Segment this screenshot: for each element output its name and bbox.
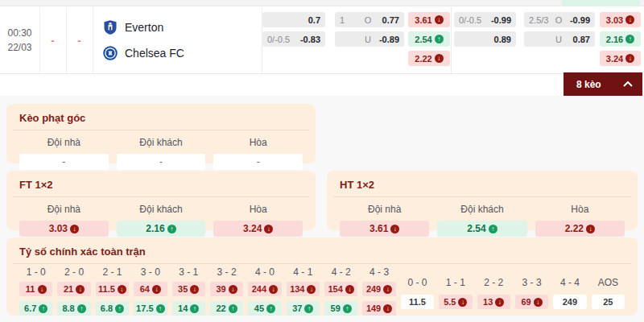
score-odds-cell[interactable]: 59↑ [324,301,357,316]
ht-1x2-card: HT 1×2 Đội nhà 3.61 ↓ Đội khách 2.54 ↑ H… [327,171,638,230]
odds-g2-hdp-home[interactable]: 0/-0.5 -0.99 [454,12,516,27]
keo-count-toggle-button[interactable]: 8 kèo [564,72,642,96]
odds-value: 11.5 [409,297,426,307]
score-odds-cell[interactable]: 8.8↑ [57,301,90,316]
odds-down-icon: ↓ [190,285,199,294]
score-odds-cell[interactable]: 249 [553,295,586,309]
odds-g2-under[interactable]: U 0.87 [524,31,595,47]
score-odds-cell[interactable]: 11.5 [401,295,434,309]
draw-column-label: Hòa [535,201,625,221]
ft-home-odds-cell[interactable]: 3.03 ↓ [19,221,109,237]
odds-g1-1x2-away[interactable]: 2.54 ↑ [408,31,450,47]
odds-value: 249 [563,297,577,307]
score-odds-cell[interactable]: 69↓ [515,295,548,309]
odds-up-icon: ↑ [156,304,165,313]
odds-value: -0.83 [295,35,320,44]
odds-value: 11.5 [98,284,115,294]
handicap-label: 0/-0.5 [459,15,485,25]
score-odds-cell[interactable]: 6.8↑ [96,301,129,316]
score-column-3-0: 3 - 0 64↓ 17.5↑ [134,266,167,316]
odds-value: 59 [331,303,341,313]
odds-g1-over[interactable]: 1 O 0.77 [335,12,404,27]
score-label: 1 - 0 [19,266,52,279]
ft-away-odds-cell[interactable]: 2.16 ↑ [117,221,206,237]
corner-draw-odds-cell: - [213,154,303,170]
odds-g2-1x2-away[interactable]: 2.16 ↑ [600,31,641,47]
score-odds-cell[interactable]: 22↑ [210,301,243,316]
odds-value: 17.5 [136,303,153,313]
odds-g2-1x2-home[interactable]: 3.03 ↓ [600,12,641,27]
score-odds-cell[interactable]: 5.5↓ [439,295,472,309]
score-column-aos: AOS 25 [592,266,625,316]
away-team-row[interactable]: Chelsea FC [102,45,262,61]
odds-up-icon: ↑ [190,304,199,313]
score-odds-cell[interactable]: 154↓ [324,282,357,296]
score-column-4-2: 4 - 2 154↓ 59↑ [324,266,357,316]
score-odds-cell[interactable]: 39↓ [210,282,243,296]
odds-down-icon: ↓ [458,298,467,307]
score-odds-cell[interactable]: 17.5↑ [134,301,167,316]
odds-down-icon: ↓ [70,225,79,233]
score-odds-cell[interactable]: 14↑ [172,301,205,316]
under-label: U [362,35,374,44]
score-card-title: Tỷ số chính xác toàn trận [13,244,631,264]
score-label: 0 - 0 [401,277,434,289]
odds-g1-under[interactable]: U -0.89 [335,31,404,47]
odds-value: -0.89 [374,35,399,44]
odds-value: 3.03 [606,15,623,25]
odds-g2-hdp-away[interactable]: 0.89 [454,31,516,47]
score-column-2-1: 2 - 1 11.5↓ 6.8↑ [96,266,129,316]
odds-g1-hdp-home[interactable]: 0.7 [262,12,325,27]
score-odds-cell[interactable]: 11.5↓ [96,282,129,296]
odds-down-icon: ↓ [435,54,444,63]
line-label: 1 [340,15,362,25]
odds-value: 149 [366,303,381,313]
odds-value: 2.16 [606,35,623,44]
line-label: 2.5/3 [529,15,553,25]
odds-value: 22 [216,303,225,313]
odds-g1-1x2-draw[interactable]: 2.22 ↓ [408,51,450,66]
score-odds-cell[interactable]: 249↓ [362,282,395,296]
score-column-0-0: 0 - 0 11.5 [401,266,434,316]
corner-odds-card: Kèo phạt góc Đội nhà - Đội khách - Hòa - [6,104,316,163]
score-label: 3 - 1 [172,266,205,279]
score-odds-cell[interactable]: 134↓ [287,282,320,296]
home-team-row[interactable]: Everton [102,19,262,35]
correct-score-card: Tỷ số chính xác toàn trận 1 - 0 11↓ 6.7↑… [6,237,638,316]
odds-down-icon: ↓ [269,285,278,294]
odds-g2-1x2-draw[interactable]: 3.24 ↓ [600,51,641,66]
odds-up-icon: ↑ [115,304,124,313]
score-odds-cell[interactable]: 37↑ [287,301,320,316]
score-column-1-1: 1 - 1 5.5↓ [439,266,472,316]
score-odds-cell[interactable]: 13↓ [477,295,510,309]
score-odds-cell[interactable]: 45↑ [248,301,281,316]
score-odds-cell[interactable]: 35↓ [172,282,205,296]
score-odds-cell[interactable]: 21↓ [57,282,90,296]
odds-value: 37 [292,303,302,313]
score-column-1-0: 1 - 0 11↓ 6.7↑ [19,266,52,316]
odds-down-icon: ↓ [534,298,543,307]
odds-value: 0.7 [295,15,320,25]
over-label: O [362,15,374,25]
score-odds-cell[interactable]: 64↓ [134,282,167,296]
score-odds-cell[interactable]: 11↓ [19,282,52,296]
odds-down-icon: ↓ [390,225,399,233]
score-label: 1 - 1 [439,277,472,289]
home-column-label: Đội nhà [340,201,429,221]
odds-g2-over[interactable]: 2.5/3 O -0.99 [524,12,595,27]
score-odds-cell[interactable]: 25 [592,295,625,309]
odds-g1-hdp-away[interactable]: 0/-0.5 -0.83 [262,31,325,47]
score-column-3-2: 3 - 2 39↓ 22↑ [210,266,243,316]
odds-up-icon: ↑ [343,304,352,313]
ft-draw-odds-cell[interactable]: 3.24 ↓ [213,221,303,237]
odds-g1-1x2-home[interactable]: 3.61 ↓ [408,12,450,27]
odds-value: 25 [603,297,613,307]
score-odds-cell[interactable]: 149↓ [362,301,395,316]
ht-draw-odds-cell[interactable]: 2.22 ↓ [535,221,625,237]
ht-home-odds-cell[interactable]: 3.61 ↓ [340,221,429,237]
odds-value: 154 [328,284,343,294]
odds-down-icon: ↓ [118,285,126,294]
ht-away-odds-cell[interactable]: 2.54 ↑ [437,221,526,237]
score-odds-cell[interactable]: 6.7↑ [19,301,52,316]
score-odds-cell[interactable]: 244↓ [248,282,281,296]
